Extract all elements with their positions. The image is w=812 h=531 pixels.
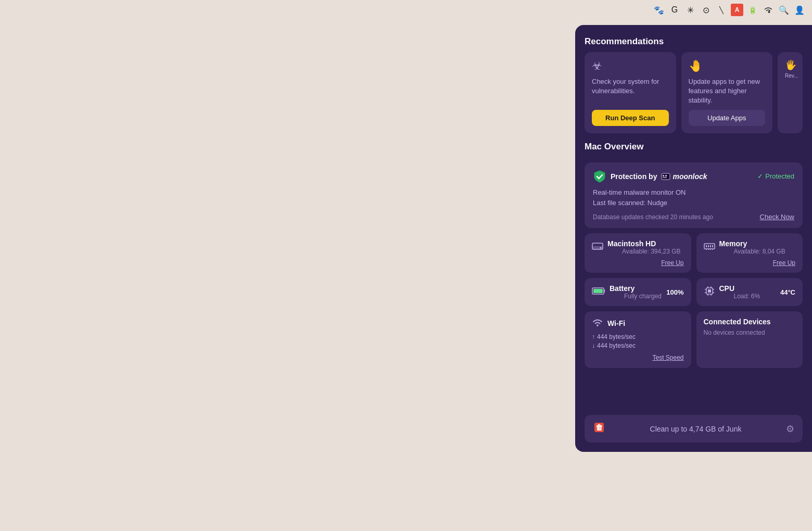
shield-icon <box>593 170 606 183</box>
wifi-icon <box>592 318 603 329</box>
bottom-bar-label: Clean up to 4,74 GB of Junk <box>650 425 742 433</box>
recommendations-section: Recommendations ☣ Check your system for … <box>585 36 803 133</box>
connected-devices-card: Connected Devices No devices connected <box>696 311 803 368</box>
battery-card: Battery Fully charged 100% <box>585 278 691 306</box>
menu-icon-5[interactable]: ╲ <box>715 4 728 16</box>
memory-icon <box>704 242 715 254</box>
cpu-header: CPU Load: 6% <box>704 284 760 300</box>
hand-icon: 🤚 <box>689 59 766 73</box>
svg-rect-8 <box>706 245 707 247</box>
user-menu-icon[interactable]: 👤 <box>793 4 806 16</box>
svg-text:🗑: 🗑 <box>595 423 603 432</box>
battery-stat-icon <box>592 286 605 298</box>
rec-card-update: 🤚 Update apps to get new features and hi… <box>681 52 773 133</box>
cpu-card: CPU Load: 6% 44°C <box>696 278 803 306</box>
protection-details: Real-time malware monitor ON Last file s… <box>593 187 794 209</box>
test-speed-button[interactable]: Test Speed <box>592 354 684 361</box>
menu-icon-6[interactable]: A <box>731 4 743 16</box>
storage-memory-grid: Macintosh HD Available: 394,23 GB Free U… <box>585 233 803 273</box>
svg-rect-1 <box>663 175 664 176</box>
check-now-button[interactable]: Check Now <box>760 213 794 221</box>
download-arrow-icon: ↓ <box>592 342 595 349</box>
last-scanned-text: Last file scanned: Nudge <box>593 198 794 209</box>
protected-label: Protected <box>765 172 794 180</box>
menu-icon-1[interactable]: 🐾 <box>653 4 665 16</box>
cpu-icon <box>704 285 715 299</box>
menubar: 🐾 G ✳ ⊙ ╲ A 🔋 🔍 👤 <box>0 0 812 20</box>
recommendations-title: Recommendations <box>585 36 803 47</box>
wifi-title: Wi-Fi <box>607 319 625 327</box>
moonlock-brand-text: moonlock <box>673 172 707 181</box>
protection-card: Protection by moonlock ✓ Protected <box>585 162 803 229</box>
upload-arrow-icon: ↑ <box>592 333 595 340</box>
svg-point-6 <box>600 247 602 248</box>
menu-icon-3[interactable]: ✳ <box>684 4 696 16</box>
svg-rect-18 <box>593 289 603 293</box>
memory-card: Memory Available: 8,04 GB Free Up <box>696 233 803 273</box>
mac-overview-title: Mac Overview <box>585 142 803 152</box>
update-apps-button[interactable]: Update Apps <box>689 110 766 126</box>
rec-card-scan-text: Check your system for vulnerabilities. <box>592 77 669 106</box>
junk-icon: 🗑 <box>593 421 605 436</box>
hard-drive-icon <box>592 242 603 254</box>
battery-value: 100% <box>666 288 683 296</box>
menu-icon-2[interactable]: G <box>668 4 681 16</box>
battery-icon: 🔋 <box>746 4 759 16</box>
wifi-card: Wi-Fi ↑ 444 bytes/sec ↓ 444 bytes/sec Te… <box>585 311 691 368</box>
cpu-load: Load: 6% <box>734 293 760 300</box>
menu-icon-4[interactable]: ⊙ <box>700 4 712 16</box>
storage-title: Macintosh HD <box>607 239 681 248</box>
memory-header: Memory Available: 8,04 GB <box>704 239 785 255</box>
checkmark-icon: ✓ <box>757 172 763 180</box>
svg-rect-20 <box>708 289 711 293</box>
svg-rect-3 <box>663 177 667 178</box>
rec-card-partial: 🖐 Rev... <box>778 52 803 133</box>
battery-cpu-grid: Battery Fully charged 100% <box>585 278 803 306</box>
svg-rect-11 <box>712 245 713 247</box>
bottom-bar: 🗑 Clean up to 4,74 GB of Junk ⚙ <box>585 415 803 443</box>
memory-title: Memory <box>719 239 785 248</box>
monitor-text: Real-time malware monitor ON <box>593 187 794 198</box>
connected-devices-status: No devices connected <box>704 329 796 336</box>
recommendations-row: ☣ Check your system for vulnerabilities.… <box>585 52 803 133</box>
wifi-upload-stat: ↑ 444 bytes/sec <box>592 333 684 340</box>
memory-free-up-button[interactable]: Free Up <box>704 259 796 267</box>
cpu-value: 44°C <box>780 288 795 296</box>
wifi-menu-icon[interactable] <box>762 4 775 16</box>
battery-status: Fully charged <box>624 293 662 300</box>
protection-by-label: Protection by <box>611 172 657 181</box>
wifi-download-stat: ↓ 444 bytes/sec <box>592 342 684 349</box>
memory-available: Available: 8,04 GB <box>734 248 785 255</box>
moonlock-symbol <box>661 173 670 180</box>
storage-card: Macintosh HD Available: 394,23 GB Free U… <box>585 233 691 273</box>
wifi-header: Wi-Fi <box>592 318 684 329</box>
db-update-text: Database updates checked 20 minutes ago <box>593 213 713 221</box>
search-menu-icon[interactable]: 🔍 <box>778 4 790 16</box>
svg-rect-17 <box>604 289 605 293</box>
rec-card-update-text: Update apps to get new features and high… <box>689 77 766 106</box>
svg-point-29 <box>597 324 599 326</box>
svg-rect-10 <box>710 245 711 247</box>
protection-header: Protection by moonlock ✓ Protected <box>593 170 794 183</box>
main-panel: Recommendations ☣ Check your system for … <box>575 25 812 452</box>
battery-header: Battery Fully charged <box>592 284 662 300</box>
svg-rect-2 <box>665 175 667 176</box>
memory-card-top: Memory Available: 8,04 GB <box>704 239 796 255</box>
cpu-title: CPU <box>719 284 760 293</box>
rec-card-scan: ☣ Check your system for vulnerabilities.… <box>585 52 676 133</box>
protection-left: Protection by moonlock <box>593 170 707 183</box>
storage-available: Available: 394,23 GB <box>622 248 681 255</box>
mac-overview-section: Mac Overview Protection by <box>585 142 803 369</box>
moonlock-logo: moonlock <box>661 172 707 181</box>
storage-free-up-button[interactable]: Free Up <box>592 259 684 267</box>
protection-footer: Database updates checked 20 minutes ago … <box>593 213 794 221</box>
wifi-connected-grid: Wi-Fi ↑ 444 bytes/sec ↓ 444 bytes/sec Te… <box>585 311 803 368</box>
connected-devices-title: Connected Devices <box>704 318 796 326</box>
svg-rect-9 <box>708 245 709 247</box>
run-deep-scan-button[interactable]: Run Deep Scan <box>592 110 669 126</box>
settings-icon[interactable]: ⚙ <box>786 423 794 435</box>
stop-hand-icon: 🖐 <box>785 59 795 71</box>
protected-badge: ✓ Protected <box>757 172 794 180</box>
battery-title: Battery <box>610 284 662 293</box>
wifi-upload-value: 444 bytes/sec <box>597 333 636 340</box>
